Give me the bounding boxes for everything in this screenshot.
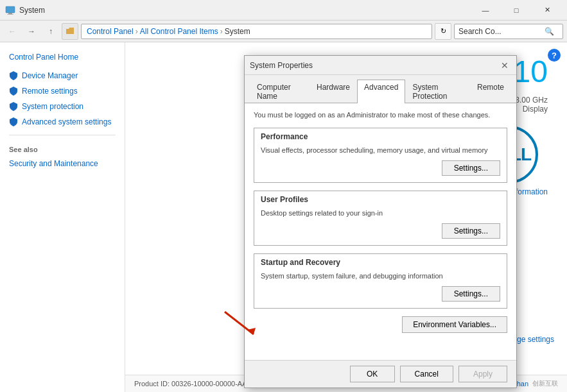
tab-remote[interactable]: Remote: [470, 80, 511, 103]
cpu-value: 3.00 GHz: [515, 96, 548, 105]
sidebar-see-also-label: See also: [0, 141, 125, 156]
folder-icon: [62, 23, 78, 40]
performance-content: Visual effects, processor scheduling, me…: [254, 145, 507, 182]
breadcrumb-sep2: ›: [220, 27, 223, 36]
dialog-title-bar: System Properties ✕: [245, 56, 516, 75]
user-profiles-content: Desktop settings related to your sign-in…: [254, 208, 507, 245]
tab-computer-name-label: Computer Name: [257, 83, 291, 101]
user-profiles-section: User Profiles Desktop settings related t…: [254, 191, 507, 246]
back-button[interactable]: ←: [4, 23, 21, 40]
dialog-body: You must be logged on as an Administrato…: [245, 103, 516, 360]
sidebar-item-label-advanced: Advanced system settings: [22, 117, 111, 126]
window-title: System: [19, 6, 45, 15]
performance-desc: Visual effects, processor scheduling, me…: [261, 146, 500, 154]
sidebar-item-device-manager[interactable]: Device Manager: [0, 68, 125, 83]
product-id: Product ID: 00326-10000-00000-AA813: [134, 380, 259, 388]
sidebar-item-label-device-manager: Device Manager: [22, 71, 78, 80]
tab-computer-name[interactable]: Computer Name: [250, 80, 310, 103]
svg-rect-2: [7, 14, 13, 15]
search-icon: 🔍: [545, 27, 554, 36]
shield-icon-1: [9, 71, 18, 80]
shield-icon-4: [9, 117, 18, 126]
shield-icon-2: [9, 87, 18, 96]
sidebar-item-label-remote: Remote settings: [22, 87, 78, 96]
maximize-button[interactable]: □: [502, 0, 531, 21]
sidebar-home[interactable]: Control Panel Home: [0, 50, 125, 68]
svg-rect-0: [6, 6, 15, 13]
system-properties-dialog: System Properties ✕ Computer Name Hardwa…: [244, 55, 517, 388]
refresh-button[interactable]: ↻: [435, 23, 451, 40]
folder-svg: [65, 28, 74, 35]
startup-recovery-header: Startup and Recovery: [254, 254, 507, 271]
tab-advanced-label: Advanced: [364, 83, 398, 92]
tab-system-protection[interactable]: System Protection: [405, 80, 470, 103]
search-input[interactable]: [458, 27, 542, 36]
user-profiles-desc: Desktop settings related to your sign-in: [261, 209, 500, 217]
sidebar: Control Panel Home Device Manager Remote…: [0, 42, 125, 392]
win10-number-text: 10: [514, 55, 548, 89]
user-profiles-btn-row: Settings...: [261, 223, 500, 239]
sidebar-item-label-sys-protection: System protection: [22, 102, 83, 111]
startup-recovery-desc: System startup, system failure, and debu…: [261, 272, 500, 280]
tab-bar: Computer Name Hardware Advanced System P…: [245, 75, 516, 103]
breadcrumb-sep1: ›: [135, 27, 138, 36]
tab-hardware-label: Hardware: [317, 83, 350, 92]
tab-hardware[interactable]: Hardware: [310, 80, 357, 103]
breadcrumb-system: System: [225, 27, 250, 36]
main-area: Control Panel Home Device Manager Remote…: [0, 42, 567, 392]
dialog-title-text: System Properties: [250, 61, 313, 70]
breadcrumb-cp: Control Panel: [87, 27, 134, 36]
user-profiles-settings-button[interactable]: Settings...: [442, 223, 500, 239]
sidebar-item-system-protection[interactable]: System protection: [0, 99, 125, 114]
ok-button[interactable]: OK: [350, 366, 395, 382]
title-bar: System — □ ✕: [0, 0, 567, 21]
tab-advanced[interactable]: Advanced: [357, 80, 405, 103]
minimize-button[interactable]: —: [471, 0, 500, 21]
apply-button[interactable]: Apply: [458, 366, 507, 382]
breadcrumb-acp: All Control Panel Items: [140, 27, 218, 36]
up-button[interactable]: ↑: [42, 23, 59, 40]
tab-remote-label: Remote: [477, 83, 504, 92]
startup-recovery-btn-row: Settings...: [261, 286, 500, 302]
sidebar-item-advanced-settings[interactable]: Advanced system settings: [0, 114, 125, 130]
display-value: Display: [523, 105, 548, 114]
sidebar-item-remote-settings[interactable]: Remote settings: [0, 83, 125, 99]
system-icon: [5, 5, 15, 15]
bottom-watermark: 创新互联: [532, 379, 558, 388]
env-variables-area: Environment Variables...: [254, 316, 507, 333]
address-bar: ← → ↑ Control Panel › All Control Panel …: [0, 21, 567, 42]
performance-header: Performance: [254, 128, 507, 145]
footer-btn-row: OK Cancel Apply: [350, 366, 507, 382]
dialog-close-button[interactable]: ✕: [498, 60, 511, 71]
svg-rect-1: [8, 13, 12, 14]
sidebar-item-label-security: Security and Maintenance: [9, 159, 98, 168]
shield-icon-3: [9, 102, 18, 111]
startup-recovery-section: Startup and Recovery System startup, sys…: [254, 253, 507, 309]
window-close-button[interactable]: ✕: [532, 0, 562, 21]
performance-section: Performance Visual effects, processor sc…: [254, 128, 507, 183]
title-bar-left: System: [5, 5, 45, 15]
cancel-button[interactable]: Cancel: [400, 366, 453, 382]
window-controls: — □ ✕: [471, 0, 562, 21]
performance-btn-row: Settings...: [261, 160, 500, 176]
search-box[interactable]: 🔍: [454, 24, 563, 39]
address-input[interactable]: Control Panel › All Control Panel Items …: [81, 24, 432, 39]
environment-variables-button[interactable]: Environment Variables...: [402, 316, 507, 333]
sidebar-item-security[interactable]: Security and Maintenance: [0, 156, 125, 171]
performance-settings-button[interactable]: Settings...: [442, 160, 500, 176]
content-area: Windows 10 3.00 GHz Display DELL Support…: [125, 42, 567, 392]
user-profiles-header: User Profiles: [254, 191, 507, 208]
forward-button[interactable]: →: [23, 23, 40, 40]
env-btn-container: Environment Variables...: [254, 316, 507, 333]
help-icon[interactable]: ?: [548, 49, 561, 62]
startup-recovery-settings-button[interactable]: Settings...: [442, 286, 500, 302]
dialog-note: You must be logged on as an Administrato…: [254, 111, 507, 119]
sidebar-divider: [9, 135, 116, 135]
dialog-footer: OK Cancel Apply: [245, 360, 516, 388]
startup-recovery-content: System startup, system failure, and debu…: [254, 271, 507, 308]
tab-system-protection-label: System Protection: [412, 83, 447, 101]
